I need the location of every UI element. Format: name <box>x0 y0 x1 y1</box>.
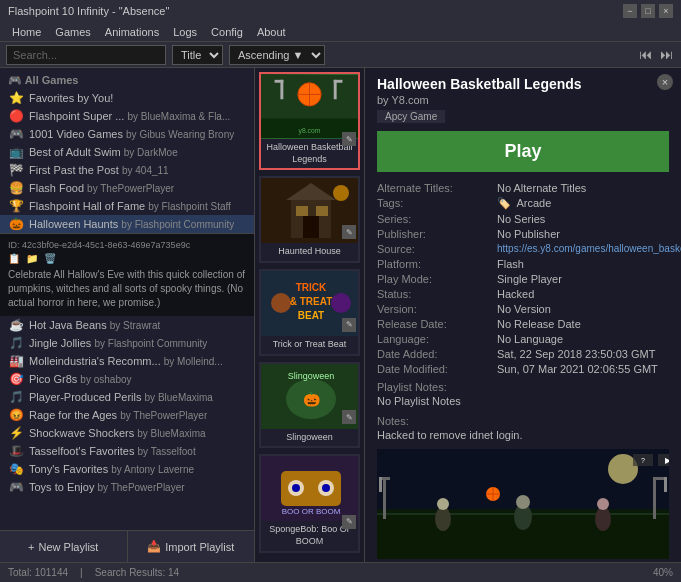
sidebar-item-hall-of-fame[interactable]: 🏆 Flashpoint Hall of Fame by Flashpoint … <box>0 197 254 215</box>
sidebar-item-jingle[interactable]: 🎵 Jingle Jollies by Flashpoint Community <box>0 334 254 352</box>
game-edit-icon[interactable]: ✎ <box>342 410 356 424</box>
sidebar-item-favorites[interactable]: ⭐ Favorites by You! <box>0 89 254 107</box>
game-preview: ? ▶ <box>377 449 669 559</box>
sidebar-item-player-produced[interactable]: 🎵 Player-Produced Perils by BlueMaxima <box>0 388 254 406</box>
theater-icon: 🎭 <box>8 462 24 476</box>
game-thumb-label: Haunted House <box>261 243 358 261</box>
game-edit-icon[interactable]: ✎ <box>342 225 356 239</box>
flashpoint-icon: 🔴 <box>8 109 24 123</box>
maximize-button[interactable]: □ <box>641 4 655 18</box>
toolbar-icon-prev[interactable]: ⏮ <box>637 47 654 62</box>
sidebar-item-1001[interactable]: 🎮 1001 Video Games by Gibus Wearing Bron… <box>0 125 254 143</box>
svg-point-45 <box>435 507 451 531</box>
copy-icon[interactable]: 📋 <box>8 253 20 264</box>
first-past-icon: 🏁 <box>8 163 24 177</box>
svg-point-32 <box>322 484 330 492</box>
statusbar: Total: 101144 | Search Results: 14 40% <box>0 562 681 582</box>
detail-row-series: Series: No Series <box>377 213 669 225</box>
titlebar: Flashpoint 10 Infinity - "Absence" − □ × <box>0 0 681 22</box>
sidebar-item-rage[interactable]: 😡 Rage for the Ages by ThePowerPlayer <box>0 406 254 424</box>
delete-icon[interactable]: 🗑️ <box>44 253 56 264</box>
game-thumb-haunted-house[interactable]: ✎ Haunted House <box>259 176 360 263</box>
sort-field-select[interactable]: Title <box>172 45 223 65</box>
target-icon: 🎯 <box>8 372 24 386</box>
menu-animations[interactable]: Animations <box>99 25 165 39</box>
menu-home[interactable]: Home <box>6 25 47 39</box>
svg-rect-41 <box>379 477 382 492</box>
coffee-icon: ☕ <box>8 318 24 332</box>
sidebar-item-molleind[interactable]: 🏭 Molleindustria's Recomm... by Molleind… <box>0 352 254 370</box>
import-icon: 📥 <box>147 540 161 553</box>
sidebar-item-tony[interactable]: 🎭 Tony's Favorites by Antony Laverne <box>0 460 254 478</box>
svg-rect-8 <box>334 80 343 83</box>
detail-close-button[interactable]: × <box>657 74 673 90</box>
svg-text:🎃: 🎃 <box>303 391 321 408</box>
search-input[interactable] <box>6 45 166 65</box>
folder-icon[interactable]: 📁 <box>26 253 38 264</box>
detail-row-platform: Platform: Flash <box>377 258 669 270</box>
game-thumb-trick-treat[interactable]: TRICK & TREAT BEAT ✎ Trick or Treat Beat <box>259 269 360 356</box>
sidebar-item-halloween-haunts[interactable]: 🎃 Halloween Haunts by Flashpoint Communi… <box>0 215 254 233</box>
sidebar-item-toys[interactable]: 🎮 Toys to Enjoy by ThePowerPlayer <box>0 478 254 496</box>
sort-order-select[interactable]: Ascending ▼ <box>229 45 325 65</box>
hall-of-fame-icon: 🏆 <box>8 199 24 213</box>
svg-rect-13 <box>303 216 319 238</box>
game-list-panel: y8.com ✎ Halloween Basketball Legends <box>255 68 365 562</box>
adult-swim-icon: 📺 <box>8 145 24 159</box>
factory-icon: 🏭 <box>8 354 24 368</box>
game-thumbnail-image: y8.com <box>261 74 358 139</box>
svg-text:BEAT: BEAT <box>298 310 324 321</box>
menu-config[interactable]: Config <box>205 25 249 39</box>
svg-rect-42 <box>653 479 656 519</box>
games-icon: 🎮 <box>8 127 24 141</box>
selected-game-box: ID: 42c3bf0e-e2d4-45c1-8e63-469e7a735e9c… <box>0 233 254 316</box>
status-total: Total: 101144 <box>8 567 68 578</box>
game-thumb-slingoween[interactable]: 🎃 Slingoween ✎ Slingoween <box>259 362 360 449</box>
toolbar-icon-next[interactable]: ⏭ <box>658 47 675 62</box>
selected-game-action-icons: 📋 📁 🗑️ <box>8 253 246 264</box>
detail-row-date-added: Date Added: Sat, 22 Sep 2018 23:50:03 GM… <box>377 348 669 360</box>
svg-rect-44 <box>664 477 667 492</box>
detail-panel: × Halloween Basketball Legends by Y8.com… <box>365 68 681 562</box>
minimize-button[interactable]: − <box>623 4 637 18</box>
detail-row-status: Status: Hacked <box>377 288 669 300</box>
sidebar-item-shockwave[interactable]: ⚡ Shockwave Shockers by BlueMaxima <box>0 424 254 442</box>
svg-text:?: ? <box>641 457 645 464</box>
sidebar-item-pico[interactable]: 🎯 Pico Gr8s by oshaboy <box>0 370 254 388</box>
sidebar-item-first-past[interactable]: 🏁 First Past the Post by 404_11 <box>0 161 254 179</box>
playlist-notes-value: No Playlist Notes <box>377 395 669 407</box>
svg-point-49 <box>595 507 611 531</box>
menu-logs[interactable]: Logs <box>167 25 203 39</box>
game-thumb-label: Trick or Treat Beat <box>261 336 358 354</box>
detail-row-release-date: Release Date: No Release Date <box>377 318 669 330</box>
notes-label: Notes: <box>377 415 669 427</box>
detail-row-language: Language: No Language <box>377 333 669 345</box>
game-edit-icon[interactable]: ✎ <box>342 318 356 332</box>
menu-about[interactable]: About <box>251 25 292 39</box>
svg-point-48 <box>516 495 530 509</box>
sidebar-section-icon: 🎮 <box>8 74 25 86</box>
play-button[interactable]: Play <box>377 131 669 172</box>
sidebar-item-hot-java[interactable]: ☕ Hot Java Beans by Strawrat <box>0 316 254 334</box>
game-edit-icon[interactable]: ✎ <box>342 132 356 146</box>
sidebar-item-adult-swim[interactable]: 📺 Best of Adult Swim by DarkMoe <box>0 143 254 161</box>
sidebar-item-flashpoint-super[interactable]: 🔴 Flashpoint Super ... by BlueMaxima & F… <box>0 107 254 125</box>
detail-row-alternate-titles: Alternate Titles: No Alternate Titles <box>377 182 669 194</box>
game-edit-icon[interactable]: ✎ <box>342 515 356 529</box>
selected-game-id: ID: 42c3bf0e-e2d4-45c1-8e63-469e7a735e9c <box>8 240 246 250</box>
svg-rect-14 <box>296 206 308 216</box>
close-window-button[interactable]: × <box>659 4 673 18</box>
sidebar-item-tasselfoot[interactable]: 🎩 Tasselfoot's Favorites by Tasselfoot <box>0 442 254 460</box>
import-playlist-button[interactable]: 📥 Import Playlist <box>128 531 255 562</box>
svg-point-31 <box>292 484 300 492</box>
titlebar-controls: − □ × <box>623 4 673 18</box>
game-thumb-spongebob[interactable]: BOO OR BOOM ✎ SpongeBob: Boo Or BOOM <box>259 454 360 552</box>
favorites-icon: ⭐ <box>8 91 24 105</box>
sidebar-item-flash-food[interactable]: 🍔 Flash Food by ThePowerPlayer <box>0 179 254 197</box>
menu-games[interactable]: Games <box>49 25 96 39</box>
game-thumb-halloween-basketball[interactable]: y8.com ✎ Halloween Basketball Legends <box>259 72 360 170</box>
new-playlist-button[interactable]: + New Playlist <box>0 531 128 562</box>
halloween-icon: 🎃 <box>8 217 24 231</box>
svg-text:& TREAT: & TREAT <box>290 296 333 307</box>
detail-row-source: Source: https://es.y8.com/games/hallowee… <box>377 243 669 255</box>
